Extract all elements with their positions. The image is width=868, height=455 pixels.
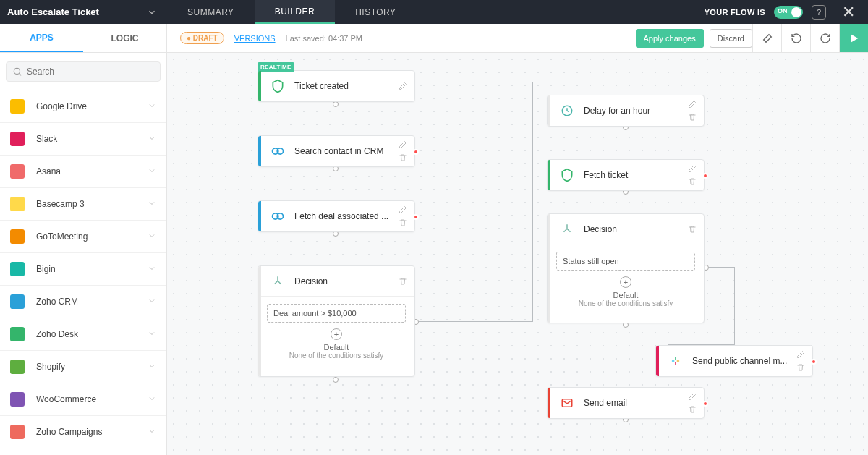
delete-icon[interactable]	[688, 225, 697, 234]
delete-icon[interactable]	[399, 218, 407, 227]
node-slack-message[interactable]: Send public channel m...	[655, 345, 813, 377]
app-icon	[10, 132, 25, 146]
app-label: Asana	[36, 166, 148, 177]
sidebar-app-item[interactable]: Asana	[0, 156, 166, 188]
flow-title: Auto Escalate Ticket	[7, 7, 99, 17]
zoho-desk-icon	[270, 78, 286, 94]
app-icon	[10, 262, 25, 276]
sidebar-app-item[interactable]: Basecamp 3	[0, 188, 166, 221]
app-label: WooCommerce	[36, 394, 148, 404]
node-ticket-created[interactable]: REALTIME Ticket created	[258, 70, 415, 102]
app-icon	[10, 197, 25, 211]
help-button[interactable]: ?	[812, 5, 826, 20]
sidebar-app-item[interactable]: WooCommerce	[0, 383, 166, 416]
node-search-contact[interactable]: Search contact in CRM	[258, 135, 415, 167]
flow-title-dropdown[interactable]	[145, 6, 158, 19]
error-indicator	[413, 214, 419, 220]
edit-icon[interactable]	[796, 350, 805, 359]
error-indicator	[811, 359, 817, 365]
search-icon	[12, 67, 22, 77]
node-fetch-ticket[interactable]: Fetch ticket	[547, 159, 705, 191]
edit-icon[interactable]	[399, 205, 407, 214]
search-input[interactable]	[27, 67, 154, 77]
sidebar-app-item[interactable]: Zoho CRM	[0, 286, 166, 318]
chevron-down-icon	[148, 100, 156, 113]
app-label: Basecamp 3	[36, 199, 148, 209]
delete-icon[interactable]	[688, 405, 697, 414]
search-box[interactable]	[6, 61, 161, 82]
delete-icon[interactable]	[688, 113, 697, 122]
error-indicator	[702, 173, 708, 179]
flow-canvas[interactable]: REALTIME Ticket created Search contact i…	[167, 53, 868, 455]
realtime-badge: REALTIME	[258, 62, 294, 72]
edit-icon[interactable]	[688, 164, 697, 173]
close-button[interactable]: ✕	[835, 3, 862, 22]
node-fetch-deal[interactable]: Fetch deal associated ...	[258, 200, 415, 232]
svg-point-1	[14, 68, 20, 74]
sidebar-app-item[interactable]: Bigin	[0, 253, 166, 286]
chevron-down-icon	[148, 328, 156, 341]
sidebar-app-item[interactable]: GoToMeeting	[0, 221, 166, 253]
zoho-crm-icon	[270, 143, 286, 159]
edit-icon[interactable]	[399, 82, 407, 90]
run-button[interactable]	[839, 24, 868, 52]
app-label: Shopify	[36, 362, 148, 372]
delete-icon[interactable]	[399, 277, 407, 286]
branch-condition-1[interactable]: Deal amount > $10,000	[267, 304, 406, 323]
chevron-down-icon	[148, 197, 156, 211]
add-condition-button[interactable]: +	[331, 328, 342, 340]
tab-history[interactable]: HISTORY	[335, 0, 416, 24]
node-send-email[interactable]: Send email	[547, 387, 705, 419]
add-condition-button[interactable]: +	[620, 276, 631, 288]
branch-condition-2[interactable]: Status still open	[556, 252, 695, 271]
svg-line-2	[20, 74, 22, 76]
edit-icon[interactable]	[688, 392, 697, 401]
delete-icon[interactable]	[796, 363, 805, 372]
discard-button[interactable]: Discard	[710, 29, 752, 48]
default-branch-title: Default	[556, 291, 695, 299]
sidebar-app-item[interactable]: Zoho Campaigns	[0, 416, 166, 448]
sidebar-app-item[interactable]: Shopify	[0, 351, 166, 383]
node-decision-1[interactable]: Decision Deal amount > $10,000 + Default…	[258, 265, 415, 377]
tab-builder[interactable]: BUILDER	[255, 0, 336, 24]
app-icon	[10, 229, 25, 244]
chevron-down-icon	[148, 263, 156, 276]
decision-icon	[270, 273, 286, 289]
app-icon	[10, 164, 25, 179]
sidebar-app-item[interactable]: Zoho Desk	[0, 318, 166, 351]
app-label: GoToMeeting	[36, 231, 148, 242]
edit-icon[interactable]	[399, 140, 407, 149]
decision-icon	[559, 221, 575, 237]
sidebar-tab-apps[interactable]: APPS	[0, 24, 83, 52]
node-delay[interactable]: Delay for an hour	[547, 95, 705, 127]
flow-status-toggle[interactable]: ON	[774, 6, 803, 19]
app-icon	[10, 327, 25, 341]
tab-summary[interactable]: SUMMARY	[167, 0, 255, 24]
versions-link[interactable]: VERSIONS	[234, 34, 276, 43]
delete-icon[interactable]	[688, 177, 697, 186]
redo-button[interactable]	[810, 24, 839, 52]
sidebar-app-item[interactable]: Google Drive	[0, 90, 166, 123]
node-decision-2[interactable]: Decision Status still open + Default Non…	[547, 213, 705, 323]
sidebar-app-item[interactable]: Slack	[0, 123, 166, 156]
edit-icon[interactable]	[688, 100, 697, 109]
app-label: Google Drive	[36, 101, 148, 111]
delete-icon[interactable]	[399, 153, 407, 162]
apply-changes-button[interactable]: Apply changes	[636, 29, 704, 48]
sidebar-tab-logic[interactable]: LOGIC	[83, 24, 166, 52]
chevron-down-icon	[148, 425, 156, 438]
app-icon	[10, 392, 25, 407]
last-saved-label: Last saved: 04:37 PM	[286, 34, 362, 43]
chevron-down-icon	[148, 132, 156, 145]
magic-wand-button[interactable]	[752, 24, 781, 52]
app-label: Zoho Desk	[36, 329, 148, 339]
default-branch-sub: None of the conditions satisfy	[267, 352, 406, 360]
app-label: Zoho Campaigns	[36, 427, 148, 437]
error-indicator	[413, 149, 419, 155]
flow-status-label: YOUR FLOW IS	[705, 8, 765, 17]
app-label: Bigin	[36, 264, 148, 274]
gmail-icon	[559, 395, 575, 411]
undo-button[interactable]	[781, 24, 810, 52]
chevron-down-icon	[148, 165, 156, 178]
chevron-down-icon	[148, 230, 156, 243]
